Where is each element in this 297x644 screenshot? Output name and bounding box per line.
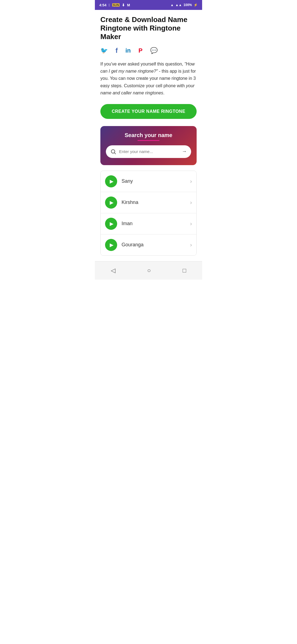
- download-icon: ⬇: [122, 3, 125, 7]
- search-submit-arrow[interactable]: →: [182, 149, 187, 154]
- list-item[interactable]: ▶ Sany ›: [101, 171, 196, 192]
- page-description: If you've ever asked yourself this quest…: [100, 61, 197, 97]
- name-label: Gouranga: [122, 242, 190, 248]
- linkedin-share-button[interactable]: in: [125, 47, 131, 54]
- search-title-underline: [138, 140, 160, 141]
- description-text3: .: [163, 91, 164, 95]
- bottom-navigation: ◁ ○ □: [95, 261, 202, 280]
- list-item[interactable]: ▶ Gouranga ›: [101, 234, 196, 255]
- search-title: Search your name: [106, 132, 191, 138]
- play-button-sany[interactable]: ▶: [105, 175, 117, 187]
- search-input[interactable]: [119, 149, 179, 154]
- chevron-right-icon: ›: [190, 220, 192, 227]
- name-list: ▶ Sany › ▶ Kirshna › ▶ Iman › ▶ Gouranga…: [100, 171, 197, 256]
- status-left: 4:54  SUN ⬇ M: [99, 3, 130, 7]
- whatsapp-share-button[interactable]: 💬: [150, 47, 158, 54]
- pinterest-share-button[interactable]: P: [139, 47, 143, 54]
- social-icons-row: 🐦 f in P 💬: [100, 47, 197, 54]
- list-item[interactable]: ▶ Kirshna ›: [101, 192, 196, 213]
- signal-icon: ▲▲: [175, 3, 182, 7]
- gmail-icon: M: [127, 3, 130, 7]
- list-item[interactable]: ▶ Iman ›: [101, 213, 196, 234]
- name-label: Sany: [122, 178, 190, 184]
- facebook-icon: : [109, 3, 110, 7]
- chevron-right-icon: ›: [190, 178, 192, 184]
- svg-line-1: [114, 153, 116, 154]
- play-button-gouranga[interactable]: ▶: [105, 239, 117, 251]
- play-icon: ▶: [110, 221, 114, 227]
- wifi-icon: ▲: [170, 3, 174, 7]
- name-label: Iman: [122, 221, 190, 227]
- play-button-kirshna[interactable]: ▶: [105, 197, 117, 209]
- search-box: →: [106, 145, 191, 158]
- chevron-right-icon: ›: [190, 242, 192, 248]
- battery-text: 100%: [183, 3, 192, 7]
- name-label: Kirshna: [122, 200, 190, 205]
- page-title: Create & Download Name Ringtone with Rin…: [100, 15, 197, 41]
- description-text1: If you've ever asked yourself this quest…: [100, 62, 184, 66]
- sun-nat-icon: SUN: [112, 3, 120, 7]
- status-time: 4:54: [99, 3, 106, 7]
- twitter-share-button[interactable]: 🐦: [100, 47, 108, 54]
- battery-icon: ⚡: [194, 3, 198, 7]
- search-icon: [110, 149, 116, 155]
- play-icon: ▶: [110, 178, 114, 184]
- status-bar: 4:54  SUN ⬇ M ▲ ▲▲ 100% ⚡: [95, 0, 202, 10]
- search-section: Search your name →: [100, 126, 197, 165]
- create-ringtone-button[interactable]: CREATE YOUR NAME RINGTONE: [100, 104, 197, 119]
- play-icon: ▶: [110, 200, 114, 206]
- home-button[interactable]: ○: [142, 265, 156, 276]
- play-icon: ▶: [110, 242, 114, 248]
- recent-apps-button[interactable]: □: [177, 265, 192, 276]
- play-button-iman[interactable]: ▶: [105, 218, 117, 230]
- chevron-right-icon: ›: [190, 199, 192, 206]
- main-content: Create & Download Name Ringtone with Rin…: [95, 10, 202, 165]
- facebook-share-button[interactable]: f: [116, 47, 118, 54]
- back-button[interactable]: ◁: [105, 265, 121, 276]
- status-right: ▲ ▲▲ 100% ⚡: [170, 3, 198, 7]
